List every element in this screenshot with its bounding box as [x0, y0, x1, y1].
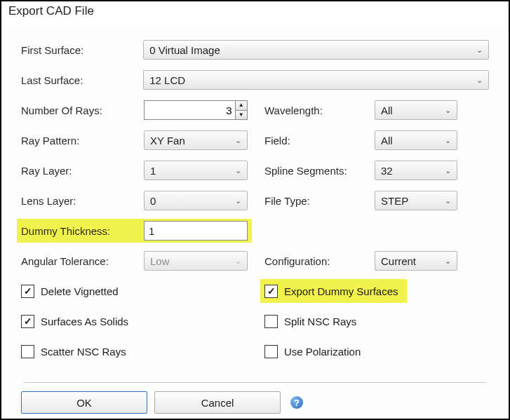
first-surface-label: First Surface: — [21, 44, 143, 56]
checkbox-icon — [21, 345, 34, 358]
lens-layer-value: 0 — [150, 195, 156, 207]
num-rays-field[interactable] — [145, 104, 235, 116]
use-polarization-label: Use Polarization — [284, 346, 361, 358]
last-surface-value: 12 LCD — [149, 74, 185, 86]
configuration-value: Current — [381, 255, 416, 267]
lens-layer-label: Lens Layer: — [21, 195, 144, 207]
dialog-body: First Surface: 0 Virtual Image ⌄ Last Su… — [1, 25, 509, 391]
configuration-label: Configuration: — [264, 255, 375, 267]
ok-button[interactable]: OK — [21, 391, 147, 414]
ray-pattern-select[interactable]: XY Fan ⌄ — [144, 130, 248, 150]
field-select[interactable]: All ⌄ — [375, 130, 457, 150]
chevron-down-icon: ⌄ — [235, 196, 241, 205]
chevron-down-icon: ⌄ — [445, 136, 451, 145]
help-icon[interactable]: ? — [290, 396, 303, 409]
chevron-down-icon: ⌄ — [476, 76, 483, 85]
chevron-down-icon: ⌄ — [476, 46, 483, 55]
scatter-nsc-checkbox[interactable]: Scatter NSC Rays — [21, 345, 264, 358]
dummy-thickness-value: 1 — [149, 225, 154, 237]
angular-tolerance-label: Angular Tolerance: — [21, 255, 144, 267]
surfaces-as-solids-checkbox[interactable]: Surfaces As Solids — [21, 315, 264, 328]
cancel-button[interactable]: Cancel — [154, 391, 281, 414]
chevron-down-icon: ⌄ — [445, 166, 451, 175]
scatter-nsc-label: Scatter NSC Rays — [41, 346, 126, 358]
ray-layer-label: Ray Layer: — [21, 165, 144, 177]
export-dummy-label: Export Dummy Surfaces — [284, 285, 398, 297]
angular-tolerance-select[interactable]: Low ⌄ — [144, 251, 248, 271]
wavelength-label: Wavelength: — [264, 104, 375, 116]
dummy-thickness-input[interactable]: 1 — [144, 221, 248, 241]
ray-pattern-label: Ray Pattern: — [21, 135, 144, 147]
checkbox-icon — [21, 285, 34, 298]
last-surface-select[interactable]: 12 LCD ⌄ — [143, 70, 489, 90]
spinner-up-icon[interactable]: ▲ — [236, 101, 248, 111]
chevron-down-icon: ⌄ — [235, 136, 241, 145]
file-type-value: STEP — [381, 195, 408, 207]
dummy-thickness-label: Dummy Thickness: — [21, 225, 144, 237]
ray-layer-select[interactable]: 1 ⌄ — [144, 161, 248, 180]
spline-select[interactable]: 32 ⌄ — [375, 161, 457, 180]
chevron-down-icon: ⌄ — [235, 257, 241, 266]
num-rays-input[interactable]: ▲ ▼ — [144, 100, 248, 120]
lens-layer-select[interactable]: 0 ⌄ — [144, 191, 248, 210]
dialog-footer: OK Cancel ? — [1, 391, 509, 420]
spinner-down-icon[interactable]: ▼ — [236, 111, 248, 120]
first-surface-value: 0 Virtual Image — [149, 44, 220, 56]
field-value: All — [381, 135, 393, 147]
last-surface-label: Last Surface: — [21, 74, 143, 86]
split-nsc-label: Split NSC Rays — [284, 316, 356, 327]
checkbox-icon — [264, 285, 278, 298]
checkbox-icon — [264, 315, 278, 328]
divider — [24, 382, 486, 383]
checkbox-icon — [21, 315, 34, 328]
chevron-down-icon: ⌄ — [445, 257, 451, 266]
first-surface-select[interactable]: 0 Virtual Image ⌄ — [143, 40, 489, 60]
num-rays-spinner[interactable]: ▲ ▼ — [235, 101, 248, 119]
file-type-select[interactable]: STEP ⌄ — [375, 191, 457, 210]
angular-tolerance-value: Low — [150, 255, 170, 267]
delete-vignetted-checkbox[interactable]: Delete Vignetted — [21, 285, 264, 298]
split-nsc-checkbox[interactable]: Split NSC Rays — [264, 315, 356, 328]
spline-label: Spline Segments: — [264, 165, 375, 177]
field-label: Field: — [264, 135, 375, 147]
wavelength-select[interactable]: All ⌄ — [375, 100, 457, 120]
checkbox-icon — [264, 345, 278, 358]
chevron-down-icon: ⌄ — [445, 106, 451, 115]
spline-value: 32 — [381, 165, 393, 177]
ray-layer-value: 1 — [150, 165, 156, 177]
configuration-select[interactable]: Current ⌄ — [375, 251, 457, 271]
dialog-title: Export CAD File — [1, 1, 509, 25]
file-type-label: File Type: — [264, 195, 375, 207]
ok-button-label: OK — [76, 397, 92, 409]
delete-vignetted-label: Delete Vignetted — [41, 285, 119, 297]
surfaces-as-solids-label: Surfaces As Solids — [41, 316, 128, 327]
num-rays-label: Number Of Rays: — [21, 104, 144, 116]
cancel-button-label: Cancel — [201, 397, 234, 409]
wavelength-value: All — [381, 104, 393, 116]
export-dummy-checkbox[interactable]: Export Dummy Surfaces — [264, 285, 398, 298]
use-polarization-checkbox[interactable]: Use Polarization — [264, 345, 361, 358]
help-glyph: ? — [294, 398, 300, 408]
export-cad-dialog: Export CAD File First Surface: 0 Virtual… — [0, 0, 510, 420]
chevron-down-icon: ⌄ — [445, 196, 451, 205]
chevron-down-icon: ⌄ — [235, 166, 241, 175]
ray-pattern-value: XY Fan — [150, 135, 185, 147]
